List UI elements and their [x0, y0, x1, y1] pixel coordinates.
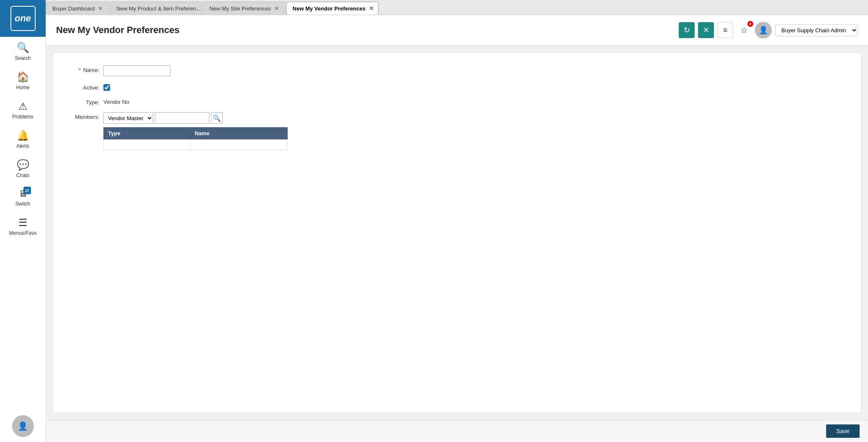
tab-product-item-pref[interactable]: New My Product & Item Preferen... ✕ [110, 2, 202, 15]
sidebar-item-label: Chats [16, 172, 29, 178]
active-checkbox[interactable] [103, 84, 110, 91]
close-tab-icon[interactable]: ✕ [98, 5, 103, 12]
sidebar-item-label: Problems [12, 114, 33, 120]
active-row: Active: [66, 83, 848, 91]
name-cell [191, 139, 288, 150]
sidebar-avatar[interactable]: 👤 [12, 410, 34, 442]
members-controls: Vendor Master Vendor Group 🔍 Type [103, 112, 288, 150]
tab-label: New My Product & Item Preferen... [116, 5, 201, 12]
sidebar-item-problems[interactable]: ⚠ Problems [0, 95, 46, 125]
sidebar-item-menus-favs[interactable]: ☰ Menus/Favs [0, 212, 46, 241]
members-table-wrapper: Type Name [103, 127, 288, 150]
app-logo[interactable]: one [0, 0, 46, 37]
close-icon: ✕ [703, 26, 709, 35]
sidebar-item-alerts[interactable]: 🔔 Alerts [0, 125, 46, 154]
members-label: Members: [66, 112, 103, 120]
star-icon: ☆ [740, 26, 748, 35]
sidebar-item-search[interactable]: 🔍 Search [0, 37, 46, 66]
tab-site-preferences[interactable]: New My Site Preferences ✕ [203, 2, 286, 15]
tab-label: Buyer Dashboard [52, 5, 95, 12]
chat-icon: 💬 [17, 159, 29, 171]
sidebar-item-chats[interactable]: 💬 Chats [0, 154, 46, 183]
header-actions: ↻ ✕ ≡ ☆ ● 👤 Buyer Supply Chain Admin [679, 22, 858, 39]
content-area: * Name: Active: Type: Vendor No Members: [46, 46, 868, 442]
table-header-row: Type Name [104, 128, 288, 139]
members-select-wrapper: Vendor Master Vendor Group 🔍 [103, 112, 288, 124]
warning-icon: ⚠ [18, 100, 28, 112]
name-row: * Name: [66, 65, 848, 76]
avatar: 👤 [12, 415, 34, 437]
switch-icon-wrapper: 🖥 ⇄ [18, 188, 28, 201]
bell-icon: 🔔 [17, 130, 29, 141]
required-star: * [79, 67, 81, 73]
home-icon: 🏠 [17, 71, 29, 83]
members-search-input[interactable] [155, 112, 209, 124]
sidebar-item-label: Switch [15, 201, 30, 207]
switch-badge: ⇄ [23, 187, 31, 194]
sidebar: one 🔍 Search 🏠 Home ⚠ Problems 🔔 Alerts … [0, 0, 46, 442]
close-page-button[interactable]: ✕ [698, 22, 714, 38]
sidebar-item-label: Home [16, 85, 29, 90]
refresh-button[interactable]: ↻ [679, 22, 695, 38]
sidebar-item-home[interactable]: 🏠 Home [0, 66, 46, 95]
user-avatar: 👤 [755, 22, 772, 39]
col-name-header: Name [191, 128, 288, 139]
type-row: Type: Vendor No [66, 98, 848, 105]
type-cell [104, 139, 191, 150]
members-search-button[interactable]: 🔍 [211, 112, 223, 124]
members-table-body [104, 139, 288, 150]
tab-label: New My Vendor Preferences [293, 5, 366, 12]
notification-badge: ● [747, 21, 753, 27]
close-tab-icon[interactable]: ✕ [274, 5, 279, 12]
tab-label: New My Site Preferences [209, 5, 271, 12]
col-type-header: Type [104, 128, 191, 139]
logo-box: one [10, 6, 36, 31]
sidebar-item-label: Menus/Favs [9, 230, 36, 236]
search-icon: 🔍 [213, 114, 221, 122]
notification-button[interactable]: ☆ ● [737, 23, 752, 38]
footer-bar: Save [46, 420, 868, 442]
table-row [104, 139, 288, 150]
user-role-select[interactable]: Buyer Supply Chain Admin [775, 24, 858, 36]
sidebar-item-label: Alerts [16, 143, 29, 149]
type-label: Type: [66, 98, 103, 105]
name-input[interactable] [103, 65, 170, 76]
menu-icon: ☰ [18, 217, 28, 229]
members-type-dropdown[interactable]: Vendor Master Vendor Group [103, 112, 153, 124]
sidebar-item-label: Search [15, 55, 31, 61]
sidebar-item-switch[interactable]: 🖥 ⇄ Switch [0, 183, 46, 212]
tab-buyer-dashboard[interactable]: Buyer Dashboard ✕ [46, 2, 109, 15]
hamburger-icon: ≡ [723, 26, 728, 35]
tab-bar: Buyer Dashboard ✕ New My Product & Item … [46, 0, 868, 15]
page-header: New My Vendor Preferences ↻ ✕ ≡ ☆ ● 👤 Bu… [46, 15, 868, 46]
page-title: New My Vendor Preferences [56, 25, 679, 36]
name-label: * Name: [66, 65, 103, 73]
form-panel: * Name: Active: Type: Vendor No Members: [53, 52, 861, 413]
tab-vendor-preferences[interactable]: New My Vendor Preferences ✕ [286, 2, 379, 15]
close-tab-icon[interactable]: ✕ [369, 5, 374, 12]
save-button[interactable]: Save [826, 424, 860, 438]
main-content: Buyer Dashboard ✕ New My Product & Item … [46, 0, 868, 442]
members-table: Type Name [103, 127, 288, 150]
type-value: Vendor No [103, 98, 129, 105]
search-icon: 🔍 [17, 42, 29, 54]
refresh-icon: ↻ [684, 26, 690, 35]
menu-button[interactable]: ≡ [717, 22, 733, 38]
members-row: Members: Vendor Master Vendor Group 🔍 [66, 112, 848, 150]
active-label: Active: [66, 83, 103, 91]
